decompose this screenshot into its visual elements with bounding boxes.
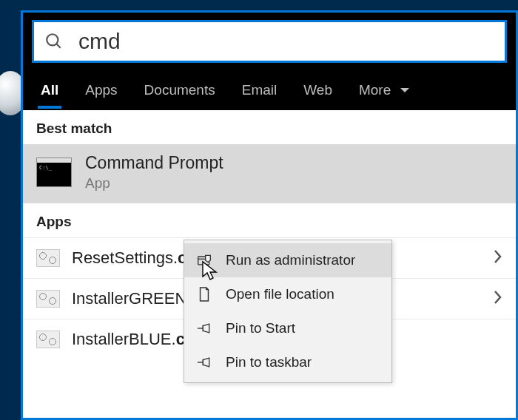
tab-apps[interactable]: Apps — [82, 75, 120, 109]
tab-more-label: More — [359, 82, 391, 98]
filter-tabs: All Apps Documents Email Web More — [23, 67, 516, 110]
app-label: ResetSettings.c — [72, 248, 186, 268]
menu-open-file-location[interactable]: Open file location — [184, 277, 391, 311]
menu-pin-to-start[interactable]: Pin to Start — [184, 311, 391, 345]
result-command-prompt[interactable]: C:\_ Command Prompt App — [23, 144, 516, 203]
chevron-right-icon[interactable] — [492, 289, 502, 308]
folder-icon — [196, 287, 212, 302]
result-subtitle: App — [85, 175, 223, 192]
menu-label: Run as administrator — [226, 252, 355, 268]
batch-file-icon — [36, 290, 60, 308]
batch-file-icon — [36, 331, 60, 348]
chevron-right-icon[interactable] — [492, 248, 502, 268]
app-label: InstallerGREEN — [72, 289, 186, 308]
section-apps: Apps — [23, 203, 516, 237]
search-header: All Apps Documents Email Web More — [23, 13, 516, 110]
pin-icon — [196, 322, 212, 335]
result-text: Command Prompt App — [85, 153, 223, 192]
search-icon — [44, 32, 64, 51]
menu-label: Pin to taskbar — [226, 354, 312, 370]
tab-documents[interactable]: Documents — [141, 75, 218, 109]
menu-label: Open file location — [226, 286, 334, 302]
menu-run-as-administrator[interactable]: Run as administrator — [184, 243, 391, 277]
tab-all[interactable]: All — [38, 75, 61, 109]
search-box[interactable] — [32, 20, 507, 63]
tab-more[interactable]: More — [356, 75, 413, 109]
search-input[interactable] — [77, 28, 494, 55]
svg-line-1 — [56, 44, 60, 47]
result-title: Command Prompt — [85, 153, 223, 173]
pin-icon — [196, 356, 212, 369]
batch-file-icon — [36, 249, 60, 267]
command-prompt-icon: C:\_ — [36, 158, 72, 187]
menu-label: Pin to Start — [226, 320, 295, 336]
tab-email[interactable]: Email — [239, 75, 280, 109]
context-menu: Run as administrator Open file location … — [184, 240, 392, 383]
shield-admin-icon — [196, 254, 212, 267]
chevron-down-icon — [400, 82, 410, 98]
svg-point-0 — [47, 34, 58, 45]
section-best-match: Best match — [23, 110, 516, 144]
menu-pin-to-taskbar[interactable]: Pin to taskbar — [184, 345, 391, 379]
tab-web[interactable]: Web — [300, 75, 335, 109]
